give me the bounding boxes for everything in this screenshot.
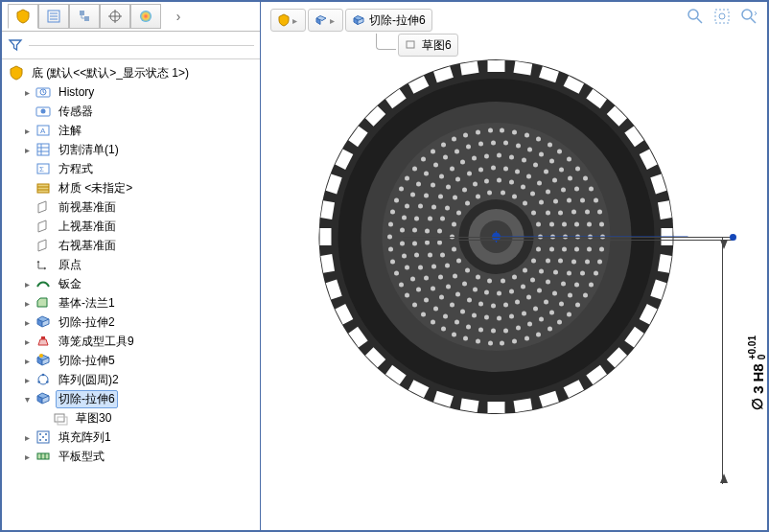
- tree-label: History: [56, 84, 97, 100]
- elbow-connector-icon: [376, 34, 396, 50]
- expander-icon[interactable]: ▸: [21, 297, 33, 309]
- svg-line-44: [697, 18, 702, 23]
- tree-label: 基体-法兰1: [56, 294, 118, 312]
- app-window: › 底 (默认<<默认>_显示状态 1>) ▸ History ▸ 传感器: [0, 0, 769, 532]
- feature-manager-panel: › 底 (默认<<默认>_显示状态 1>) ▸ History ▸ 传感器: [2, 2, 261, 530]
- expander-icon[interactable]: ▸: [21, 316, 33, 328]
- tree-item-sheetmetal[interactable]: ▸ 钣金: [4, 274, 260, 293]
- breadcrumb-feature[interactable]: 切除-拉伸6: [345, 9, 432, 32]
- filter-bar[interactable]: [2, 32, 260, 59]
- zoom-fit-icon[interactable]: [685, 6, 706, 27]
- expander-icon[interactable]: ▸: [21, 451, 33, 462]
- tab-feature-tree[interactable]: [8, 4, 38, 29]
- tree-label: 平板型式: [56, 448, 107, 466]
- svg-rect-25: [41, 336, 45, 339]
- circular-pattern-icon: [35, 371, 52, 388]
- tree-item-cut-extrude2[interactable]: ▸ 切除-拉伸2: [4, 312, 260, 332]
- material-icon: [35, 179, 52, 197]
- tree-item-base-flange[interactable]: ▸ 基体-法兰1: [4, 293, 260, 312]
- dimension-line: [722, 237, 723, 484]
- tree-item-history[interactable]: ▸ History: [4, 82, 260, 102]
- expander-icon[interactable]: ▸: [21, 278, 33, 289]
- tree-label: 薄笼成型工具9: [56, 333, 137, 351]
- graphics-viewport[interactable]: ▸ ▸ 切除-拉伸6 草图6: [261, 2, 767, 530]
- folder-history-icon: [35, 83, 52, 101]
- tree-label: 右视基准面: [56, 237, 119, 255]
- tree-label: 草图30: [73, 409, 114, 428]
- svg-point-9: [140, 11, 151, 22]
- view-heads-up-toolbar: [685, 6, 759, 27]
- svg-point-35: [45, 433, 47, 435]
- tree-item-form-tool[interactable]: ▸ 薄笼成型工具9: [4, 332, 260, 351]
- annotation-icon: A: [35, 122, 52, 139]
- cut-extrude-icon: [35, 352, 52, 369]
- tree-item-fill-pattern[interactable]: ▸ 填充阵列1: [4, 428, 260, 447]
- svg-rect-42: [407, 41, 414, 48]
- tree-item-flat-pattern[interactable]: ▸ 平板型式: [4, 447, 260, 466]
- tree-item-right-plane[interactable]: ▸ 右视基准面: [4, 236, 260, 255]
- svg-point-43: [688, 10, 698, 19]
- tree-item-material[interactable]: ▸ 材质 <未指定>: [4, 178, 260, 197]
- tree-item-sketch30[interactable]: ▸ 草图30: [4, 408, 260, 428]
- filter-icon: [8, 37, 23, 53]
- expander-icon[interactable]: ▸: [21, 125, 33, 136]
- breadcrumb-child: 草图6: [376, 34, 460, 57]
- diameter-symbol: ∅: [749, 398, 766, 410]
- tree-label: 前视基准面: [56, 198, 119, 217]
- tab-configuration-manager[interactable]: [69, 4, 100, 29]
- breadcrumb-body[interactable]: ▸: [308, 9, 343, 32]
- svg-line-48: [751, 18, 756, 23]
- tree-root-part[interactable]: 底 (默认<<默认>_显示状态 1>): [4, 63, 260, 82]
- tree-item-top-plane[interactable]: ▸ 上视基准面: [4, 217, 260, 236]
- breadcrumb-sketch-label: 草图6: [422, 37, 452, 54]
- svg-point-34: [39, 433, 41, 435]
- flat-pattern-icon: [35, 448, 52, 465]
- expander-icon[interactable]: ▸: [21, 355, 33, 366]
- expander-icon[interactable]: ▸: [21, 335, 33, 347]
- tree-item-equations[interactable]: ▸ Σ 方程式: [4, 159, 260, 178]
- plane-icon: [35, 198, 52, 216]
- tab-display-manager[interactable]: [130, 4, 161, 29]
- tree-item-cutlist[interactable]: ▸ 切割清单(1): [4, 140, 260, 159]
- sketch-icon: [52, 409, 69, 427]
- tab-dimxpert-manager[interactable]: [100, 4, 130, 29]
- dimension-endpoint[interactable]: [730, 234, 736, 241]
- dimension-value: 3: [750, 386, 766, 394]
- svg-point-29: [46, 381, 49, 383]
- cutlist-icon: [35, 141, 52, 158]
- fill-pattern-icon: [35, 428, 52, 446]
- svg-rect-4: [80, 11, 84, 15]
- tree-item-circular-pattern[interactable]: ▸ 阵列(圆周)2: [4, 370, 260, 389]
- cut-extrude-icon: [35, 313, 52, 331]
- tree-label: 切除-拉伸5: [56, 352, 118, 370]
- svg-point-26: [39, 354, 43, 358]
- tab-overflow[interactable]: ›: [161, 9, 190, 24]
- svg-point-13: [41, 109, 46, 114]
- expander-icon[interactable]: ▸: [21, 144, 33, 155]
- tree-item-annotations[interactable]: ▸ A 注解: [4, 121, 260, 140]
- tree-item-cut-extrude6[interactable]: ▾ 切除-拉伸6: [4, 389, 260, 408]
- svg-point-46: [719, 13, 725, 19]
- tree-label: 阵列(圆周)2: [56, 371, 122, 389]
- tree-item-sensors[interactable]: ▸ 传感器: [4, 102, 260, 121]
- expander-icon[interactable]: ▸: [21, 431, 33, 443]
- svg-rect-45: [715, 10, 729, 23]
- tree-item-origin[interactable]: ▸ 原点: [4, 255, 260, 274]
- svg-rect-39: [37, 453, 49, 459]
- previous-view-icon[interactable]: [738, 6, 759, 27]
- expander-icon[interactable]: ▸: [21, 374, 33, 385]
- zoom-area-icon[interactable]: [711, 6, 733, 27]
- expander-icon[interactable]: ▾: [21, 393, 33, 405]
- tree-item-cut-extrude5[interactable]: ▸ 切除-拉伸5: [4, 351, 260, 370]
- dimension-text[interactable]: ∅ 3 H8 +0.01 0: [748, 335, 767, 410]
- expander-icon[interactable]: ▸: [21, 86, 33, 98]
- svg-point-47: [742, 10, 752, 19]
- breadcrumb-part[interactable]: ▸: [270, 9, 306, 32]
- tree-item-front-plane[interactable]: ▸ 前视基准面: [4, 197, 260, 217]
- equations-icon: Σ: [35, 160, 52, 177]
- tab-property-manager[interactable]: [38, 4, 69, 29]
- tree-label: 钣金: [56, 275, 84, 293]
- part-icon: [8, 64, 25, 81]
- dimension-tolerance: +0.01 0: [748, 335, 767, 359]
- breadcrumb-sketch[interactable]: 草图6: [398, 34, 458, 57]
